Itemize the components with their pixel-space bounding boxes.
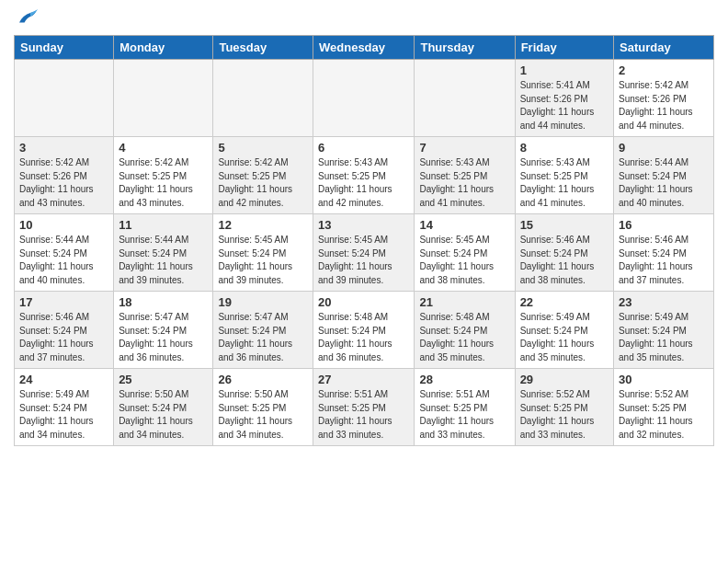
calendar-cell: 9Sunrise: 5:44 AMSunset: 5:24 PMDaylight… (614, 137, 714, 214)
day-info: Sunrise: 5:52 AMSunset: 5:25 PMDaylight:… (619, 388, 709, 442)
col-header-wednesday: Wednesday (313, 36, 415, 60)
calendar-cell: 18Sunrise: 5:47 AMSunset: 5:24 PMDayligh… (114, 292, 213, 369)
calendar-cell: 27Sunrise: 5:51 AMSunset: 5:25 PMDayligh… (313, 369, 415, 446)
day-info: Sunrise: 5:44 AMSunset: 5:24 PMDaylight:… (119, 234, 208, 287)
calendar-cell: 11Sunrise: 5:44 AMSunset: 5:24 PMDayligh… (114, 214, 213, 292)
day-info: Sunrise: 5:43 AMSunset: 5:25 PMDaylight:… (520, 156, 609, 210)
day-number: 20 (318, 295, 409, 309)
day-info: Sunrise: 5:49 AMSunset: 5:24 PMDaylight:… (520, 311, 609, 364)
calendar-cell: 12Sunrise: 5:45 AMSunset: 5:24 PMDayligh… (213, 214, 313, 292)
col-header-sunday: Sunday (15, 36, 114, 60)
day-number: 8 (520, 141, 609, 155)
day-number: 19 (218, 295, 308, 309)
day-info: Sunrise: 5:43 AMSunset: 5:25 PMDaylight:… (419, 156, 509, 210)
calendar-cell (313, 60, 415, 137)
calendar-cell: 25Sunrise: 5:50 AMSunset: 5:24 PMDayligh… (114, 369, 213, 446)
logo (14, 9, 38, 28)
calendar-cell (213, 60, 313, 137)
header (14, 9, 714, 28)
day-number: 15 (520, 218, 609, 232)
calendar-cell: 21Sunrise: 5:48 AMSunset: 5:24 PMDayligh… (415, 292, 515, 369)
calendar-cell: 14Sunrise: 5:45 AMSunset: 5:24 PMDayligh… (415, 214, 515, 292)
day-number: 13 (318, 218, 409, 232)
calendar-cell: 26Sunrise: 5:50 AMSunset: 5:25 PMDayligh… (213, 369, 313, 446)
day-info: Sunrise: 5:46 AMSunset: 5:24 PMDaylight:… (619, 234, 709, 287)
col-header-friday: Friday (515, 36, 613, 60)
calendar-container: SundayMondayTuesdayWednesdayThursdayFrid… (0, 0, 728, 455)
week-row-3: 10Sunrise: 5:44 AMSunset: 5:24 PMDayligh… (15, 214, 714, 292)
day-info: Sunrise: 5:52 AMSunset: 5:25 PMDaylight:… (520, 388, 609, 442)
day-number: 24 (19, 373, 108, 386)
calendar-cell: 22Sunrise: 5:49 AMSunset: 5:24 PMDayligh… (515, 292, 613, 369)
calendar-cell: 7Sunrise: 5:43 AMSunset: 5:25 PMDaylight… (415, 137, 515, 214)
calendar-table: SundayMondayTuesdayWednesdayThursdayFrid… (14, 35, 714, 446)
day-number: 18 (119, 295, 208, 309)
week-row-4: 17Sunrise: 5:46 AMSunset: 5:24 PMDayligh… (15, 292, 714, 369)
day-number: 1 (520, 63, 609, 77)
calendar-cell: 13Sunrise: 5:45 AMSunset: 5:24 PMDayligh… (313, 214, 415, 292)
day-info: Sunrise: 5:51 AMSunset: 5:25 PMDaylight:… (318, 388, 409, 442)
calendar-cell: 30Sunrise: 5:52 AMSunset: 5:25 PMDayligh… (614, 369, 714, 446)
day-number: 7 (419, 141, 509, 155)
calendar-cell: 1Sunrise: 5:41 AMSunset: 5:26 PMDaylight… (515, 60, 613, 137)
week-row-5: 24Sunrise: 5:49 AMSunset: 5:24 PMDayligh… (15, 369, 714, 446)
day-number: 10 (19, 218, 108, 232)
col-header-saturday: Saturday (614, 36, 714, 60)
calendar-cell (114, 60, 213, 137)
calendar-header-row: SundayMondayTuesdayWednesdayThursdayFrid… (15, 36, 714, 60)
day-info: Sunrise: 5:42 AMSunset: 5:25 PMDaylight:… (218, 156, 308, 210)
logo-bird-icon (16, 9, 38, 28)
calendar-cell: 23Sunrise: 5:49 AMSunset: 5:24 PMDayligh… (614, 292, 714, 369)
day-info: Sunrise: 5:44 AMSunset: 5:24 PMDaylight:… (619, 156, 709, 210)
calendar-cell: 10Sunrise: 5:44 AMSunset: 5:24 PMDayligh… (15, 214, 114, 292)
day-number: 14 (419, 218, 509, 232)
day-info: Sunrise: 5:48 AMSunset: 5:24 PMDaylight:… (318, 311, 409, 364)
day-number: 3 (19, 141, 108, 155)
day-number: 22 (520, 295, 609, 309)
calendar-cell: 15Sunrise: 5:46 AMSunset: 5:24 PMDayligh… (515, 214, 613, 292)
calendar-cell: 3Sunrise: 5:42 AMSunset: 5:26 PMDaylight… (15, 137, 114, 214)
day-info: Sunrise: 5:47 AMSunset: 5:24 PMDaylight:… (119, 311, 208, 364)
calendar-cell: 17Sunrise: 5:46 AMSunset: 5:24 PMDayligh… (15, 292, 114, 369)
calendar-cell (415, 60, 515, 137)
calendar-cell: 5Sunrise: 5:42 AMSunset: 5:25 PMDaylight… (213, 137, 313, 214)
day-info: Sunrise: 5:50 AMSunset: 5:25 PMDaylight:… (218, 388, 308, 442)
day-info: Sunrise: 5:45 AMSunset: 5:24 PMDaylight:… (218, 234, 308, 287)
day-number: 30 (619, 373, 709, 386)
day-number: 27 (318, 373, 409, 386)
day-info: Sunrise: 5:43 AMSunset: 5:25 PMDaylight:… (318, 156, 409, 210)
calendar-cell: 8Sunrise: 5:43 AMSunset: 5:25 PMDaylight… (515, 137, 613, 214)
day-number: 25 (119, 373, 208, 386)
calendar-cell: 6Sunrise: 5:43 AMSunset: 5:25 PMDaylight… (313, 137, 415, 214)
col-header-thursday: Thursday (415, 36, 515, 60)
calendar-cell: 28Sunrise: 5:51 AMSunset: 5:25 PMDayligh… (415, 369, 515, 446)
calendar-cell: 19Sunrise: 5:47 AMSunset: 5:24 PMDayligh… (213, 292, 313, 369)
day-number: 9 (619, 141, 709, 155)
day-number: 11 (119, 218, 208, 232)
day-info: Sunrise: 5:50 AMSunset: 5:24 PMDaylight:… (119, 388, 208, 442)
day-info: Sunrise: 5:45 AMSunset: 5:24 PMDaylight:… (318, 234, 409, 287)
week-row-2: 3Sunrise: 5:42 AMSunset: 5:26 PMDaylight… (15, 137, 714, 214)
day-number: 2 (619, 63, 709, 77)
day-number: 4 (119, 141, 208, 155)
day-info: Sunrise: 5:49 AMSunset: 5:24 PMDaylight:… (19, 388, 108, 442)
col-header-monday: Monday (114, 36, 213, 60)
day-info: Sunrise: 5:46 AMSunset: 5:24 PMDaylight:… (19, 311, 108, 364)
day-number: 5 (218, 141, 308, 155)
day-info: Sunrise: 5:45 AMSunset: 5:24 PMDaylight:… (419, 234, 509, 287)
day-info: Sunrise: 5:51 AMSunset: 5:25 PMDaylight:… (419, 388, 509, 442)
day-info: Sunrise: 5:41 AMSunset: 5:26 PMDaylight:… (520, 79, 609, 132)
calendar-cell: 16Sunrise: 5:46 AMSunset: 5:24 PMDayligh… (614, 214, 714, 292)
day-info: Sunrise: 5:47 AMSunset: 5:24 PMDaylight:… (218, 311, 308, 364)
calendar-cell: 4Sunrise: 5:42 AMSunset: 5:25 PMDaylight… (114, 137, 213, 214)
day-number: 12 (218, 218, 308, 232)
day-number: 16 (619, 218, 709, 232)
day-number: 21 (419, 295, 509, 309)
col-header-tuesday: Tuesday (213, 36, 313, 60)
day-number: 26 (218, 373, 308, 386)
calendar-cell: 24Sunrise: 5:49 AMSunset: 5:24 PMDayligh… (15, 369, 114, 446)
day-number: 29 (520, 373, 609, 386)
day-number: 23 (619, 295, 709, 309)
week-row-1: 1Sunrise: 5:41 AMSunset: 5:26 PMDaylight… (15, 60, 714, 137)
day-info: Sunrise: 5:42 AMSunset: 5:26 PMDaylight:… (19, 156, 108, 210)
